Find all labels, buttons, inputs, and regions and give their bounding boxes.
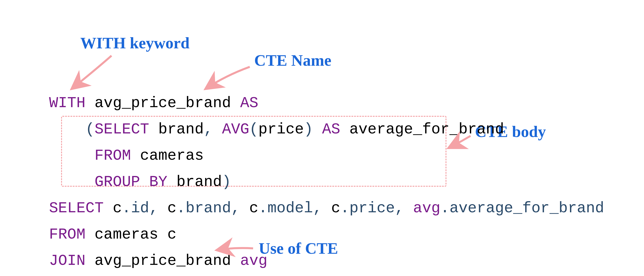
paren-close: ) — [222, 173, 231, 191]
dot: . — [176, 200, 186, 217]
col-avg-for-brand: average_for_brand — [450, 200, 604, 217]
indent — [49, 147, 94, 164]
paren-close: ) — [304, 121, 313, 138]
kw-as: AS — [322, 121, 340, 138]
col-price: price — [258, 121, 304, 138]
col-id: id — [131, 200, 149, 217]
comma: , — [395, 200, 404, 217]
diagram-canvas: WITH keyword CTE Name CTE body Use of CT… — [0, 0, 644, 276]
cte-ref: avg_price_brand — [94, 252, 231, 269]
alias-c: c — [168, 200, 176, 217]
alias-c: c — [249, 200, 258, 217]
kw-with: WITH — [49, 94, 86, 112]
dot: . — [440, 200, 450, 217]
arrow-cte-name — [205, 67, 250, 89]
col-brand: brand — [158, 121, 204, 138]
kw-select-main: SELECT — [49, 200, 104, 217]
col-price: price — [350, 200, 395, 217]
col-brand: brand — [176, 173, 222, 191]
alias-avg: avg — [240, 252, 267, 269]
dot: . — [122, 200, 131, 217]
dot: . — [258, 200, 268, 217]
kw-select: SELECT — [94, 121, 149, 138]
indent — [49, 121, 86, 138]
tbl-cameras: cameras — [140, 147, 204, 164]
sql-code-block: WITH avg_price_brand AS (SELECT brand, A… — [49, 90, 604, 276]
comma: , — [204, 121, 213, 138]
annotation-cte-name: CTE Name — [254, 51, 331, 70]
col-brand: brand — [186, 200, 231, 217]
kw-from-main: FROM — [49, 226, 86, 243]
alias-c: c — [168, 226, 176, 243]
kw-from: FROM — [94, 147, 131, 164]
alias-c: c — [113, 200, 122, 217]
col-model: model — [267, 200, 313, 217]
kw-group-by: GROUP BY — [94, 173, 167, 191]
dot: . — [340, 200, 350, 217]
indent — [49, 173, 94, 191]
alias-c: c — [331, 200, 340, 217]
alias-avg-for-brand: average_for_brand — [350, 121, 504, 138]
alias-avg: avg — [413, 200, 440, 217]
annotation-with-keyword: WITH keyword — [80, 34, 190, 52]
comma: , — [313, 200, 322, 217]
comma: , — [231, 200, 240, 217]
func-avg: AVG — [222, 121, 249, 138]
comma: , — [149, 200, 158, 217]
paren-open: ( — [86, 121, 94, 138]
arrow-with-keyword — [71, 56, 112, 89]
kw-join: JOIN — [49, 252, 86, 269]
tbl-cameras: cameras — [94, 226, 158, 243]
kw-as: AS — [240, 94, 258, 112]
cte-name: avg_price_brand — [94, 94, 231, 112]
paren: ( — [249, 121, 258, 138]
